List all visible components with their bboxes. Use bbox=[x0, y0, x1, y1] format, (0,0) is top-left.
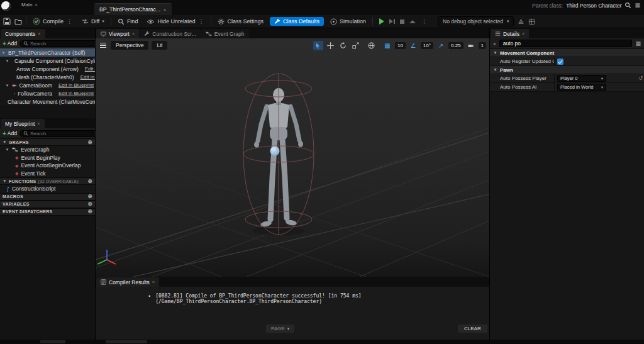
statusbar-chip[interactable] bbox=[106, 340, 147, 343]
section-macros[interactable]: MACROS ⊕ bbox=[0, 193, 95, 201]
tab-event-graph[interactable]: Event Graph bbox=[201, 29, 249, 38]
close-icon[interactable]: × bbox=[152, 279, 155, 285]
tree-row-self[interactable]: ▾ BP_ThirdPersonCharacter (Self) bbox=[0, 48, 95, 57]
close-icon[interactable]: × bbox=[164, 7, 167, 13]
tab-components[interactable]: Components × bbox=[1, 29, 45, 38]
move-tool-button[interactable] bbox=[326, 41, 336, 50]
search-icon[interactable] bbox=[625, 2, 631, 9]
add-macro-icon[interactable]: ⊕ bbox=[87, 194, 92, 199]
clear-button[interactable]: CLEAR bbox=[458, 325, 487, 333]
close-icon[interactable]: × bbox=[37, 121, 40, 126]
function-row-constructionscript[interactable]: ƒ ConstructionScript bbox=[0, 185, 95, 193]
world-coordinate-button[interactable] bbox=[367, 41, 377, 50]
tab-details[interactable]: Details × bbox=[491, 29, 529, 38]
statusbar-chip[interactable] bbox=[40, 340, 65, 343]
class-settings-button[interactable]: Class Settings bbox=[215, 17, 266, 26]
play-options-icon[interactable]: ⋮ bbox=[421, 18, 428, 25]
scale-snap-toggle[interactable]: ↗ bbox=[436, 41, 446, 50]
eject-button[interactable] bbox=[409, 20, 416, 23]
expand-caret-icon[interactable]: ▾ bbox=[493, 67, 497, 72]
tree-row-charactermovement[interactable]: Character Movement (CharMoveComp) bbox=[0, 97, 95, 106]
my-blueprint-searchbox[interactable] bbox=[19, 130, 103, 137]
tab-blueprint-document[interactable]: BP_ThirdPersonCharac... × bbox=[94, 3, 172, 15]
tree-row-capsule[interactable]: ▾ Capsule Component (CollisionCylinder) bbox=[0, 57, 95, 65]
close-icon[interactable]: × bbox=[132, 31, 135, 36]
rotate-tool-button[interactable] bbox=[338, 41, 348, 50]
viewport-menu-icon[interactable] bbox=[99, 42, 108, 50]
parent-class-link[interactable]: Third Person Character bbox=[566, 3, 621, 9]
expand-caret-icon[interactable]: ▾ bbox=[1, 50, 6, 55]
add-variable-icon[interactable]: ⊕ bbox=[87, 201, 92, 207]
close-icon[interactable]: × bbox=[522, 31, 525, 36]
section-graphs[interactable]: ▾ GRAPHS ⊕ bbox=[0, 138, 95, 146]
expand-caret-icon[interactable]: ▾ bbox=[3, 140, 7, 145]
details-search-input[interactable] bbox=[499, 40, 633, 47]
scale-snap-value[interactable]: 0.25 bbox=[448, 42, 464, 49]
tab-compiler-results[interactable]: Compiler Results × bbox=[96, 277, 159, 287]
stop-button[interactable] bbox=[400, 19, 404, 24]
debug-object-dropdown[interactable]: No debug object selected ▾ bbox=[438, 16, 514, 26]
add-dispatcher-icon[interactable]: ⊕ bbox=[87, 209, 92, 214]
diff-button[interactable]: Diff ▾ bbox=[79, 17, 107, 26]
tree-row-followcamera[interactable]: FollowCamera Edit in Blueprint bbox=[0, 89, 95, 97]
my-blueprint-search-input[interactable] bbox=[30, 131, 99, 136]
tree-row-mesh[interactable]: Mesh (CharacterMesh0) Edit in C++ bbox=[0, 73, 95, 81]
view-options-icon[interactable]: ▦ bbox=[635, 41, 641, 47]
section-variables[interactable]: VARIABLES ⊕ bbox=[0, 201, 95, 208]
reset-to-default-icon[interactable]: ↺ bbox=[638, 75, 643, 81]
camera-speed-value[interactable]: 1 bbox=[479, 42, 486, 49]
edit-in-cpp-link[interactable]: Edit in C++ bbox=[85, 66, 95, 72]
rotation-snap-toggle[interactable]: ∠ bbox=[408, 41, 418, 50]
event-row-actorbeginoverlap[interactable]: ◆ Event ActorBeginOverlap bbox=[0, 162, 95, 170]
event-row-beginplay[interactable]: ◆ Event BeginPlay bbox=[0, 154, 95, 162]
auto-register-checkbox[interactable] bbox=[557, 58, 564, 65]
components-searchbox[interactable] bbox=[19, 40, 103, 47]
add-graph-icon[interactable]: ⊕ bbox=[87, 140, 92, 145]
frame-skip-button[interactable] bbox=[389, 19, 395, 24]
page-button[interactable]: PAGE ▾ bbox=[266, 325, 294, 333]
layout-grid-icon[interactable]: ▦ bbox=[635, 3, 640, 8]
auto-possess-ai-dropdown[interactable]: Placed in World ▾ bbox=[557, 84, 606, 91]
hide-unrelated-options-icon[interactable]: ⋮ bbox=[197, 18, 204, 25]
tree-row-arrow[interactable]: Arrow Component (Arrow) Edit in C++ bbox=[0, 65, 95, 73]
tab-construction-script[interactable]: Construction Scr... bbox=[140, 29, 200, 38]
compile-options-icon[interactable]: ⋮ bbox=[66, 18, 73, 25]
perspective-button[interactable]: Perspective bbox=[111, 41, 148, 50]
expand-caret-icon[interactable]: ▾ bbox=[5, 147, 9, 152]
unreal-logo-icon[interactable] bbox=[1, 1, 11, 11]
section-functions[interactable]: ▾ FUNCTIONS (32 OVERRIDABLE) ⊕ bbox=[0, 177, 95, 185]
category-movement-component[interactable]: ▾ Movement Component bbox=[490, 49, 644, 57]
simulation-button[interactable]: Simulation bbox=[328, 17, 369, 26]
compile-button[interactable]: Compile ⋮ bbox=[30, 16, 75, 26]
hide-unrelated-button[interactable]: Hide Unrelated ⋮ bbox=[144, 17, 207, 26]
edit-in-cpp-link[interactable]: Edit in C++ bbox=[80, 74, 95, 80]
tree-row-cameraboom[interactable]: ▾ CameraBoom Edit in Blueprint bbox=[0, 81, 95, 89]
lit-button[interactable]: Lit bbox=[152, 41, 167, 50]
section-event-dispatchers[interactable]: EVENT DISPATCHERS ⊕ bbox=[0, 208, 95, 216]
add-function-icon[interactable]: ⊕ bbox=[87, 179, 92, 184]
expand-caret-icon[interactable]: ▾ bbox=[5, 58, 9, 64]
event-row-tick[interactable]: ◆ Event Tick bbox=[0, 170, 95, 178]
clear-search-icon[interactable]: × bbox=[493, 41, 496, 47]
edit-in-blueprint-link[interactable]: Edit in Blueprint bbox=[58, 91, 94, 96]
grid-snap-value[interactable]: 10 bbox=[395, 42, 406, 49]
world-icon[interactable] bbox=[528, 18, 535, 25]
content-browser-icon[interactable] bbox=[14, 18, 22, 25]
tab-main[interactable]: Main × bbox=[18, 1, 42, 8]
expand-caret-icon[interactable]: ▾ bbox=[3, 179, 7, 184]
components-search-input[interactable] bbox=[30, 41, 99, 47]
find-button[interactable]: Find bbox=[115, 17, 141, 26]
browse-debug-icon[interactable] bbox=[518, 18, 525, 25]
edit-in-blueprint-link[interactable]: Edit in Blueprint bbox=[58, 82, 94, 88]
select-tool-button[interactable] bbox=[313, 41, 323, 50]
auto-possess-player-dropdown[interactable]: Player 0 ▾ bbox=[557, 75, 606, 82]
add-blueprint-item-button[interactable]: + Add bbox=[3, 130, 17, 137]
close-icon[interactable]: × bbox=[35, 2, 38, 8]
expand-caret-icon[interactable]: ▾ bbox=[5, 83, 9, 88]
tab-viewport[interactable]: Viewport × bbox=[96, 29, 139, 38]
add-component-button[interactable]: + Add bbox=[3, 40, 17, 47]
rotation-snap-value[interactable]: 10° bbox=[421, 42, 433, 49]
expand-caret-icon[interactable]: ▾ bbox=[493, 50, 497, 55]
save-icon[interactable] bbox=[3, 18, 11, 25]
tab-my-blueprint[interactable]: My Blueprint × bbox=[1, 119, 45, 128]
